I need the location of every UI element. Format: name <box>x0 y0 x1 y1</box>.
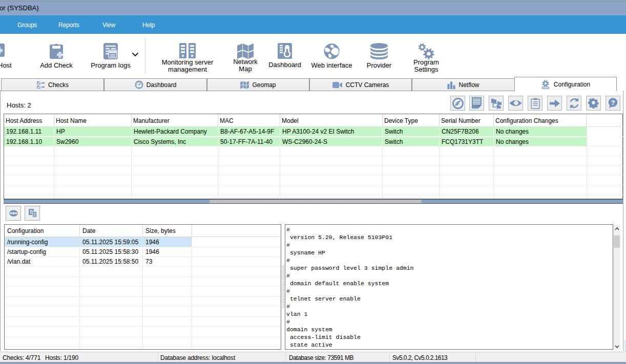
svg-text:?: ? <box>611 99 615 106</box>
